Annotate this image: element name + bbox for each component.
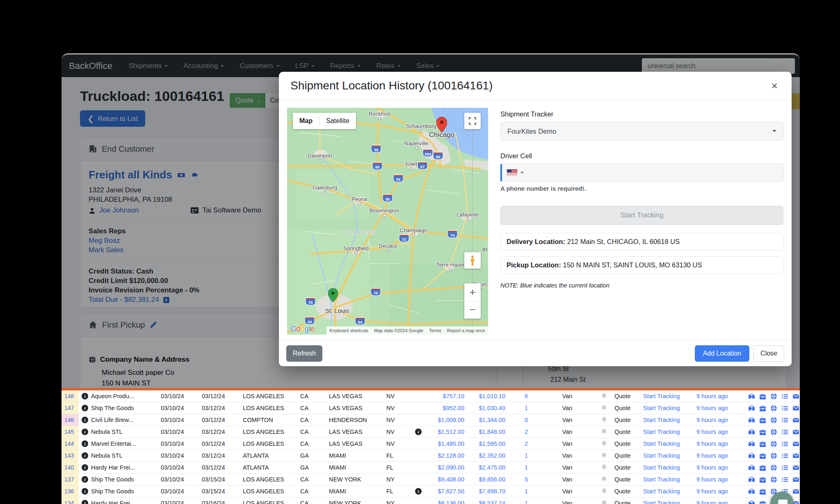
cost-link[interactable]: $757.10 xyxy=(426,393,471,399)
globe-icon[interactable] xyxy=(770,405,777,412)
price-link[interactable]: $1,030.40 xyxy=(471,405,512,411)
cost-link[interactable]: $8,136.00 xyxy=(426,500,471,504)
info-icon[interactable]: i xyxy=(82,476,88,483)
list-icon[interactable] xyxy=(781,464,788,471)
shipment-id-link[interactable]: 148 xyxy=(62,390,79,402)
cost-link[interactable]: $9,408.00 xyxy=(426,476,471,483)
list-icon[interactable] xyxy=(781,476,788,483)
envelope-icon[interactable] xyxy=(792,429,799,436)
start-tracking-link[interactable]: Start Tracking xyxy=(643,452,696,459)
envelope-icon[interactable] xyxy=(792,452,799,459)
current-location-marker-icon[interactable] xyxy=(328,288,338,304)
envelope-icon[interactable] xyxy=(792,464,799,471)
bell-icon[interactable] xyxy=(594,440,614,447)
info-icon[interactable]: i xyxy=(82,452,88,459)
quantity-link[interactable]: 2 xyxy=(512,440,541,447)
table-row[interactable]: 145 i Nebula STL 03/10/24 03/12/24 LOS A… xyxy=(62,426,800,438)
info-icon[interactable]: i xyxy=(82,417,88,423)
bell-icon[interactable] xyxy=(594,464,614,471)
close-button[interactable]: Close xyxy=(753,345,784,362)
list-icon[interactable] xyxy=(781,452,788,459)
table-row[interactable]: 147 i Ship The Goods 03/10/24 03/12/24 L… xyxy=(62,402,800,414)
fullscreen-icon[interactable] xyxy=(464,113,481,129)
zoom-in-button[interactable]: + xyxy=(464,284,481,301)
cost-link[interactable]: $1,485.00 xyxy=(426,440,471,447)
updated-ago-link[interactable]: 9 hours ago xyxy=(696,393,746,399)
quantity-link[interactable]: 1 xyxy=(512,500,541,504)
start-tracking-link[interactable]: Start Tracking xyxy=(643,417,696,423)
info-icon[interactable]: i xyxy=(415,429,422,435)
table-row[interactable]: 134 i Hardy Har Frei... 03/10/24 03/16/2… xyxy=(62,497,800,504)
quantity-link[interactable]: 2 xyxy=(512,429,541,435)
briefcase-icon[interactable] xyxy=(759,464,766,471)
shipment-id-link[interactable]: 144 xyxy=(62,438,79,449)
satellite-button[interactable]: Satellite xyxy=(320,117,356,125)
envelope-icon[interactable] xyxy=(792,440,799,447)
zoom-out-button[interactable]: − xyxy=(464,301,481,319)
info-icon[interactable]: i xyxy=(82,464,88,471)
bell-icon[interactable] xyxy=(594,476,614,483)
globe-icon[interactable] xyxy=(770,464,777,471)
updated-ago-link[interactable]: 9 hours ago xyxy=(696,464,746,471)
shipment-id-link[interactable]: 140 xyxy=(62,462,79,473)
globe-icon[interactable] xyxy=(770,393,777,400)
table-row[interactable]: 146 i Civil Life Brew... 03/10/24 03/12/… xyxy=(62,414,800,426)
binoculars-icon[interactable] xyxy=(748,488,755,495)
shipment-id-link[interactable]: 137 xyxy=(62,474,79,485)
quantity-link[interactable]: 1 xyxy=(512,405,541,411)
shipment-id-link[interactable]: 143 xyxy=(62,450,79,461)
updated-ago-link[interactable]: 9 hours ago xyxy=(696,440,746,447)
envelope-icon[interactable] xyxy=(792,476,799,483)
briefcase-icon[interactable] xyxy=(759,500,766,504)
binoculars-icon[interactable] xyxy=(748,440,755,447)
close-icon[interactable]: × xyxy=(769,80,780,91)
updated-ago-link[interactable]: 9 hours ago xyxy=(696,500,746,504)
price-link[interactable]: $7,898.70 xyxy=(471,488,512,495)
briefcase-icon[interactable] xyxy=(759,488,766,495)
shipment-tracker-select[interactable]: FourKites Demo xyxy=(500,122,783,141)
binoculars-icon[interactable] xyxy=(748,500,755,504)
shipment-id-link[interactable]: 145 xyxy=(62,426,79,438)
attribution-link[interactable]: Report a map error xyxy=(444,326,488,335)
price-link[interactable]: $1,344.00 xyxy=(471,417,512,423)
price-link[interactable]: $1,010.10 xyxy=(471,393,512,399)
briefcase-icon[interactable] xyxy=(759,476,766,483)
binoculars-icon[interactable] xyxy=(748,452,755,459)
briefcase-icon[interactable] xyxy=(759,452,766,459)
start-tracking-link[interactable]: Start Tracking xyxy=(643,440,696,447)
table-row[interactable]: 140 i Hardy Har Frei... 03/10/24 03/12/2… xyxy=(62,462,800,474)
globe-icon[interactable] xyxy=(770,429,777,436)
shipment-id-link[interactable]: 147 xyxy=(62,402,79,414)
list-icon[interactable] xyxy=(781,440,788,447)
map-button[interactable]: Map xyxy=(293,117,319,125)
start-tracking-link[interactable]: Start Tracking xyxy=(643,476,696,483)
briefcase-icon[interactable] xyxy=(759,417,766,424)
info-icon[interactable]: i xyxy=(82,488,88,495)
globe-icon[interactable] xyxy=(770,476,777,483)
start-tracking-link[interactable]: Start Tracking xyxy=(643,488,696,495)
driver-cell-field[interactable] xyxy=(500,164,783,182)
binoculars-icon[interactable] xyxy=(748,417,755,424)
list-icon[interactable] xyxy=(781,393,788,400)
info-icon[interactable]: i xyxy=(82,405,88,411)
bell-icon[interactable] xyxy=(594,452,614,459)
binoculars-icon[interactable] xyxy=(748,393,755,400)
updated-ago-link[interactable]: 9 hours ago xyxy=(696,476,746,483)
briefcase-icon[interactable] xyxy=(759,405,766,412)
binoculars-icon[interactable] xyxy=(748,464,755,471)
bell-icon[interactable] xyxy=(594,417,614,423)
start-tracking-button[interactable]: Start Tracking xyxy=(500,206,783,225)
attribution-link[interactable]: Map data ©2024 Google xyxy=(371,326,426,335)
quantity-link[interactable]: 5 xyxy=(512,476,541,483)
shipment-id-link[interactable]: 134 xyxy=(62,497,79,504)
cost-link[interactable]: $2,128.00 xyxy=(426,452,471,459)
envelope-icon[interactable] xyxy=(792,488,799,495)
start-tracking-link[interactable]: Start Tracking xyxy=(643,405,696,411)
quantity-link[interactable]: 1 xyxy=(512,488,541,495)
binoculars-icon[interactable] xyxy=(748,476,755,483)
pegman-icon[interactable] xyxy=(464,252,481,269)
start-tracking-link[interactable]: Start Tracking xyxy=(643,393,696,399)
bell-icon[interactable] xyxy=(594,500,614,504)
price-link[interactable]: $2,475.00 xyxy=(471,464,512,471)
table-row[interactable]: 148 i Aqueon Produ... 03/10/24 03/12/24 … xyxy=(62,390,800,402)
